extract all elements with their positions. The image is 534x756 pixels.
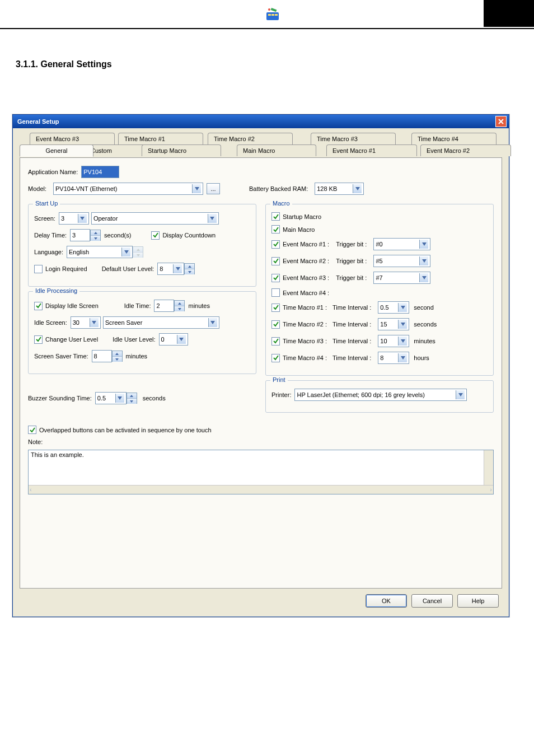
tab-general[interactable]: General (20, 144, 93, 157)
screen-select[interactable]: 3 (59, 212, 89, 225)
event-macro-1-select[interactable]: #0 (373, 238, 430, 250)
svg-rect-2 (271, 14, 274, 16)
tab-event-macro-1[interactable]: Event Macro #1 (326, 144, 417, 156)
event-macro-4-checkbox[interactable]: Event Macro #4 : (271, 288, 329, 297)
main-macro-checkbox[interactable]: Main Macro (271, 225, 315, 234)
bbram-select[interactable]: 128 KB (315, 183, 364, 195)
buzzer-select[interactable]: 0.5 (95, 392, 127, 404)
default-user-select[interactable]: 8 (157, 263, 184, 275)
model-value: PV104-VNT (Ethernet) (55, 185, 117, 192)
time-macro-1-checkbox[interactable]: Time Macro #1 : (271, 304, 327, 312)
tab-custom[interactable]: Custom (85, 144, 147, 156)
startup-macro-label: Startup Macro (283, 213, 321, 220)
time-macro-3-select[interactable]: 10 (378, 335, 409, 347)
app-name-input[interactable] (81, 166, 119, 178)
chevron-down-icon (398, 303, 407, 312)
buzzer-row: Buzzer Sounding Time: 0.5 seconds (28, 379, 256, 416)
time-macro-3-label: Time Macro #3 : (283, 338, 327, 344)
time-macro-2-checkbox[interactable]: Time Macro #2 : (271, 320, 327, 329)
startup-macro-checkbox[interactable]: Startup Macro (271, 212, 321, 221)
default-user-spinner[interactable] (184, 263, 195, 274)
delay-input[interactable] (70, 229, 90, 241)
macro-group: Macro Startup Macro Main Macro Event Mac… (265, 204, 494, 376)
tab-event-macro-2[interactable]: Event Macro #2 (420, 144, 511, 156)
cancel-button[interactable]: Cancel (411, 594, 453, 608)
svg-point-4 (268, 8, 270, 11)
idle-user-label: Idle User Level: (113, 336, 155, 343)
note-textarea[interactable]: This is an example. ‹ › (28, 450, 494, 494)
close-button[interactable] (495, 116, 507, 127)
tab-time-macro-2[interactable]: Time Macro #2 (208, 133, 293, 144)
tab-main-macro[interactable]: Main Macro (237, 144, 316, 156)
display-idle-checkbox[interactable]: Display Idle Screen (34, 302, 99, 310)
time-macro-4-checkbox[interactable]: Time Macro #4 : (271, 354, 327, 362)
main-macro-label: Main Macro (283, 226, 315, 233)
event-macro-1-label: Event Macro #1 : (283, 241, 329, 248)
buzzer-spinner[interactable] (127, 393, 137, 404)
login-required-label: Login Required (45, 265, 87, 272)
saver-spinner[interactable] (112, 351, 123, 362)
tab-time-macro-1[interactable]: Time Macro #1 (118, 133, 203, 144)
idle-screen-text-select[interactable]: Screen Saver (103, 316, 219, 329)
screen-text-select[interactable]: Operator (91, 212, 219, 225)
section-heading: 3.1.1. General Settings (16, 59, 522, 69)
event-macro-2-checkbox[interactable]: Event Macro #2 : (271, 257, 329, 265)
idle-time-input[interactable] (154, 300, 174, 312)
note-label: Note: (28, 438, 43, 445)
change-user-checkbox[interactable]: Change User Level (34, 335, 98, 344)
language-select[interactable]: English (67, 246, 133, 258)
print-legend: Print (270, 376, 288, 383)
event-macro-3-label: Event Macro #3 : (283, 274, 329, 281)
tab-time-macro-3[interactable]: Time Macro #3 (311, 133, 396, 144)
delay-spinner[interactable] (90, 230, 101, 241)
idle-screen-select[interactable]: 30 (71, 316, 101, 329)
help-button[interactable]: Help (457, 594, 499, 608)
startup-legend: Start Up (33, 200, 60, 207)
svg-rect-0 (266, 12, 279, 20)
time-macro-1-select[interactable]: 0.5 (378, 301, 409, 314)
event-macro-4-label: Event Macro #4 : (283, 290, 329, 296)
saver-label: Screen Saver Time: (34, 353, 88, 360)
time-macro-4-select[interactable]: 8 (378, 352, 409, 364)
tab-event-macro-3[interactable]: Event Macro #3 (30, 133, 115, 144)
printer-select[interactable]: HP LaserJet (Ethernet; 600 dpi; 16 grey … (294, 389, 467, 401)
event-macro-1-checkbox[interactable]: Event Macro #1 : (271, 240, 329, 249)
tab-startup-macro[interactable]: Startup Macro (142, 144, 221, 156)
delay-unit: second(s) (104, 232, 131, 239)
idle-time-spinner[interactable] (174, 300, 185, 311)
event-macro-3-select[interactable]: #7 (373, 272, 430, 284)
overlap-checkbox[interactable]: Overlapped buttons can be activated in s… (28, 426, 212, 434)
buzzer-value: 0.5 (97, 395, 106, 402)
event-macro-2-select[interactable]: #5 (373, 255, 430, 267)
buzzer-unit: seconds (143, 395, 166, 402)
login-required-checkbox[interactable]: Login Required (34, 265, 87, 273)
trigger-bit-label: Trigger bit : (336, 258, 367, 264)
buzzer-label: Buzzer Sounding Time: (28, 395, 92, 402)
scrollbar-vertical[interactable] (484, 450, 493, 485)
display-countdown-checkbox[interactable]: Display Countdown (151, 231, 216, 240)
idle-time-unit: minutes (188, 302, 210, 309)
time-macro-2-unit: seconds (414, 321, 437, 328)
time-macro-2-select[interactable]: 15 (378, 318, 409, 330)
event-macro-1-value: #0 (376, 241, 382, 248)
saver-unit: minutes (126, 353, 148, 360)
time-macro-1-label: Time Macro #1 : (283, 304, 327, 311)
ok-button[interactable]: OK (366, 594, 407, 608)
model-browse-button[interactable]: ... (207, 183, 220, 194)
chevron-down-icon (353, 184, 362, 193)
header-block (484, 0, 534, 27)
chevron-down-icon (177, 335, 186, 344)
model-select[interactable]: PV104-VNT (Ethernet) (53, 183, 203, 195)
time-macro-3-checkbox[interactable]: Time Macro #3 : (271, 337, 327, 346)
note-text: This is an example. (31, 451, 84, 458)
chevron-down-icon (419, 256, 428, 265)
event-macro-3-checkbox[interactable]: Event Macro #3 : (271, 274, 329, 282)
idle-user-select[interactable]: 0 (159, 333, 188, 346)
time-macro-3-value: 10 (380, 338, 387, 344)
chevron-down-icon (419, 273, 428, 282)
saver-input[interactable] (92, 350, 112, 362)
screen-label: Screen: (34, 215, 55, 222)
scrollbar-horizontal[interactable]: ‹ › (29, 485, 493, 494)
tab-time-macro-4[interactable]: Time Macro #4 (411, 133, 496, 144)
macro-legend: Macro (270, 200, 292, 207)
